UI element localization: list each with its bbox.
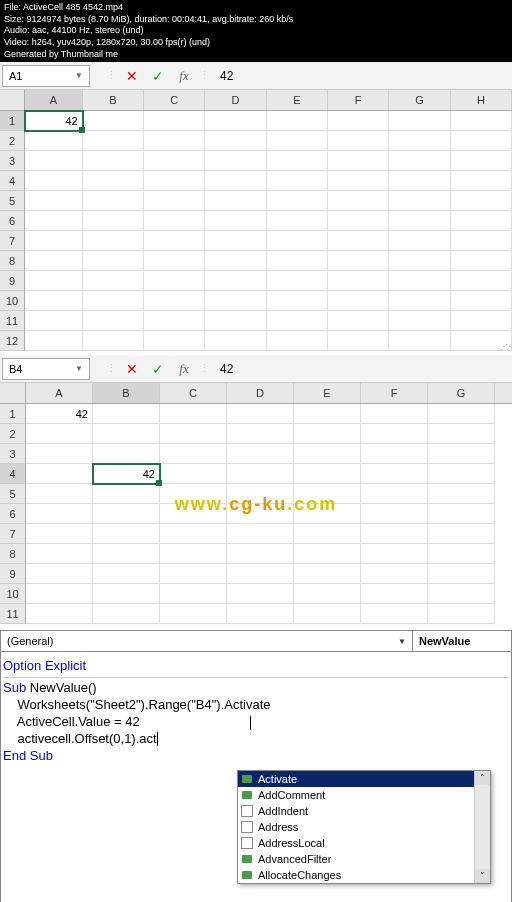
cell[interactable] [389, 171, 450, 191]
cell[interactable] [160, 464, 227, 484]
cell[interactable] [26, 564, 93, 584]
cell[interactable] [144, 271, 205, 291]
scroll-up-icon[interactable]: ˄ [475, 771, 490, 785]
cell[interactable] [328, 211, 389, 231]
cell[interactable] [160, 504, 227, 524]
cell[interactable] [205, 251, 266, 271]
cell[interactable] [389, 191, 450, 211]
cell[interactable] [361, 564, 428, 584]
row-header[interactable]: 1 [0, 404, 26, 424]
cell[interactable] [93, 424, 160, 444]
intellisense-item-activate[interactable]: Activate [238, 771, 490, 787]
cell[interactable] [144, 311, 205, 331]
cell[interactable] [294, 504, 361, 524]
cell[interactable] [361, 524, 428, 544]
cell[interactable] [205, 311, 266, 331]
row-header[interactable]: 5 [0, 484, 26, 504]
col-header-d[interactable]: D [205, 90, 266, 110]
cell[interactable] [389, 331, 450, 351]
cell[interactable] [25, 231, 82, 251]
col-header-c[interactable]: C [144, 90, 205, 110]
cell[interactable] [83, 271, 144, 291]
cell[interactable] [93, 584, 160, 604]
cell[interactable] [25, 311, 82, 331]
cell[interactable] [267, 191, 328, 211]
row-header[interactable]: 2 [0, 131, 25, 151]
cell[interactable] [227, 484, 294, 504]
cell[interactable] [83, 151, 144, 171]
intellisense-item-addcomment[interactable]: AddComment [238, 787, 490, 803]
cell[interactable] [25, 271, 82, 291]
cell[interactable] [428, 404, 495, 424]
cell[interactable] [26, 604, 93, 624]
cell[interactable] [93, 484, 160, 504]
cell[interactable] [267, 111, 328, 131]
cell[interactable] [294, 464, 361, 484]
row-header[interactable]: 1 [0, 111, 25, 131]
cell[interactable] [451, 231, 512, 251]
cell[interactable] [328, 331, 389, 351]
cell[interactable] [227, 564, 294, 584]
cell[interactable] [428, 584, 495, 604]
fx-icon[interactable]: fx [173, 358, 195, 380]
cell-a1[interactable]: 42 [25, 111, 82, 131]
cell[interactable] [25, 211, 82, 231]
cell[interactable] [328, 311, 389, 331]
vbe-proc-combo[interactable]: NewValue [413, 631, 511, 651]
cell[interactable] [205, 191, 266, 211]
cell[interactable] [25, 291, 82, 311]
cell[interactable] [26, 524, 93, 544]
row-header[interactable]: 11 [0, 604, 26, 624]
cell[interactable] [144, 211, 205, 231]
dropdown-icon[interactable]: ▼ [75, 364, 83, 373]
cell[interactable] [26, 504, 93, 524]
cell[interactable] [451, 291, 512, 311]
cell[interactable] [25, 171, 82, 191]
cell[interactable] [361, 504, 428, 524]
cell[interactable] [389, 251, 450, 271]
cell[interactable] [267, 231, 328, 251]
row-header[interactable]: 9 [0, 271, 25, 291]
cell[interactable] [227, 444, 294, 464]
cell[interactable] [428, 564, 495, 584]
cell[interactable] [361, 604, 428, 624]
cell[interactable] [227, 524, 294, 544]
row-header[interactable]: 3 [0, 151, 25, 171]
row-header[interactable]: 10 [0, 291, 25, 311]
row-header[interactable]: 4 [0, 171, 25, 191]
select-all-corner[interactable] [0, 90, 25, 110]
cell[interactable] [144, 331, 205, 351]
cell[interactable] [227, 504, 294, 524]
cell[interactable] [328, 231, 389, 251]
row-header[interactable]: 8 [0, 544, 26, 564]
cell[interactable] [144, 291, 205, 311]
col-header-b[interactable]: B [83, 90, 144, 110]
cell[interactable] [389, 231, 450, 251]
cell[interactable] [83, 311, 144, 331]
cell[interactable] [144, 171, 205, 191]
cell[interactable] [227, 424, 294, 444]
row-header[interactable]: 5 [0, 191, 25, 211]
cell[interactable] [83, 191, 144, 211]
cell[interactable] [144, 191, 205, 211]
row-header[interactable]: 10 [0, 584, 26, 604]
cell[interactable] [294, 564, 361, 584]
cell[interactable] [26, 584, 93, 604]
cell[interactable] [428, 424, 495, 444]
dropdown-icon[interactable]: ▼ [398, 637, 406, 646]
vbe-code-pane[interactable]: Option Explicit Sub NewValue() Worksheet… [0, 652, 512, 902]
cell[interactable] [205, 271, 266, 291]
cell[interactable] [83, 111, 144, 131]
cell[interactable] [144, 111, 205, 131]
cell[interactable] [361, 424, 428, 444]
cell[interactable] [267, 291, 328, 311]
cell[interactable] [205, 331, 266, 351]
cell[interactable] [294, 484, 361, 504]
cell[interactable] [25, 131, 82, 151]
cell[interactable] [83, 331, 144, 351]
cell[interactable] [227, 544, 294, 564]
col-header-b[interactable]: B [93, 383, 160, 403]
cell[interactable] [428, 484, 495, 504]
scroll-down-icon[interactable]: ˅ [475, 869, 490, 883]
cell[interactable] [451, 211, 512, 231]
